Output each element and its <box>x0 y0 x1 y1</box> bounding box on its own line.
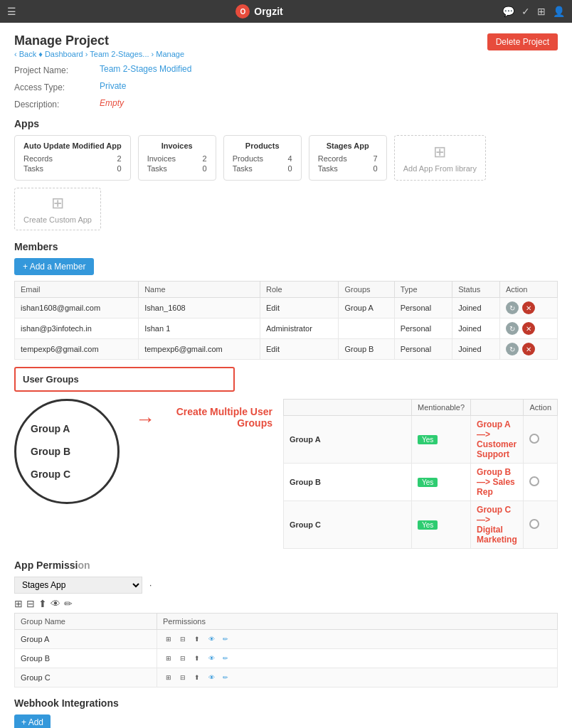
perm-view-icon[interactable]: 👁 <box>206 672 217 683</box>
col-status: Status <box>452 282 500 298</box>
page-title: Manage Project <box>14 33 184 48</box>
breadcrumb-back[interactable]: ‹ Back <box>14 50 36 58</box>
project-name-label: Project Name: <box>14 64 100 75</box>
member-name: tempexp6@gmail.com <box>139 339 260 360</box>
group-radio-c[interactable] <box>529 519 539 529</box>
refresh-icon[interactable]: ↻ <box>506 343 519 355</box>
brand-icon: O <box>235 4 250 18</box>
grid-icon[interactable]: ⊞ <box>537 6 546 17</box>
group-radio-b[interactable] <box>529 476 539 486</box>
app-prod-tasks-row: Tasks 0 <box>233 164 292 173</box>
breadcrumb-dashboard[interactable]: Dashboard <box>45 50 83 58</box>
member-action: ↻ ✕ <box>499 318 557 339</box>
create-custom-app-button[interactable]: ⊞ Create Custom App <box>14 188 101 230</box>
members-section-title: Members <box>14 241 558 252</box>
app-perm-dropdown[interactable]: Stages App <box>14 577 142 594</box>
group-radio-a[interactable] <box>529 434 539 444</box>
app-card-auto-update: Auto Update Modified App Records 2 Tasks… <box>14 135 131 181</box>
perm-group-a: Group A <box>15 630 157 649</box>
apps-grid: Auto Update Modified App Records 2 Tasks… <box>14 135 558 230</box>
add-app-library-button[interactable]: ⊞ Add App From library <box>394 135 486 181</box>
tasks-icon[interactable]: ✓ <box>521 6 530 17</box>
app-perm-dot: · <box>149 580 152 590</box>
member-groups: Group B <box>339 339 394 360</box>
app-stages-tasks-value: 0 <box>374 164 378 173</box>
app-inv-tasks-value: 0 <box>203 164 207 173</box>
hamburger-icon[interactable]: ☰ <box>7 6 16 17</box>
app-tasks-label: Tasks <box>23 164 43 173</box>
library-icon: ⊞ <box>433 143 446 161</box>
main-content: Manage Project ‹ Back ♦ Dashboard › Team… <box>0 23 572 728</box>
remove-icon[interactable]: ✕ <box>522 301 535 314</box>
perm-create-icon[interactable]: ⊞ <box>163 653 174 664</box>
delete-project-button[interactable]: Delete Project <box>487 33 558 50</box>
app-products-value: 4 <box>288 154 292 163</box>
table-row: Group A Yes Group A —> Customer Support <box>284 416 558 464</box>
col-group-name-blank <box>284 400 412 416</box>
chat-icon[interactable]: 💬 <box>502 6 514 17</box>
add-library-label: Add App From library <box>403 164 477 173</box>
app-stages-records-row: Records 7 <box>318 154 378 163</box>
group-annotation-a: Group A —> Customer Support <box>471 416 524 464</box>
member-status: Joined <box>452 318 500 339</box>
app-title-invoices: Invoices <box>147 141 207 150</box>
perm-upload-icon[interactable]: ⬆ <box>38 598 47 609</box>
project-info: Project Name: Team 2-Stages Modified Acc… <box>14 64 558 109</box>
perm-read-icon[interactable]: ⊟ <box>177 633 189 645</box>
apps-section-title: Apps <box>14 118 558 129</box>
perm-edit-icon[interactable]: ✏ <box>220 672 231 683</box>
brand-name: Orgzit <box>254 6 282 17</box>
col-action: Action <box>499 282 557 298</box>
perm-create-icon[interactable]: ⊞ <box>163 633 174 645</box>
member-type: Personal <box>394 318 452 339</box>
perm-read-icon[interactable]: ⊟ <box>177 672 189 683</box>
header-left: Manage Project ‹ Back ♦ Dashboard › Team… <box>14 33 184 58</box>
col-name: Name <box>139 282 260 298</box>
description-value: Empty <box>100 98 124 108</box>
perm-grid-icon[interactable]: ⊟ <box>26 598 35 609</box>
app-permissions-title: App Permission <box>14 560 558 571</box>
group-circle-a: Group A <box>31 417 117 440</box>
col-permissions: Permissions <box>157 614 558 630</box>
refresh-icon[interactable]: ↻ <box>506 322 519 335</box>
group-circle-c: Group C <box>31 463 117 486</box>
permissions-table: Group Name Permissions Group A ⊞ ⊟ ⬆ 👁 ✏ <box>14 613 558 687</box>
breadcrumb: ‹ Back ♦ Dashboard › Team 2-Stages... › … <box>14 50 184 58</box>
perm-edit-icon[interactable]: ✏ <box>220 653 231 664</box>
table-row: Group C ⊞ ⊟ ⬆ 👁 ✏ <box>15 668 558 687</box>
app-records-label: Records <box>23 154 53 163</box>
perm-read-icon[interactable]: ⊟ <box>177 653 189 664</box>
brand-logo: O Orgzit <box>235 4 282 18</box>
app-products-label: Products <box>233 154 263 163</box>
col-role: Role <box>260 282 339 298</box>
groups-table-area: Mentionable? Action Group A Yes Group A … <box>283 399 558 549</box>
perm-edit-icon[interactable]: ✏ <box>64 598 73 609</box>
perm-icons-b: ⊞ ⊟ ⬆ 👁 ✏ <box>157 649 558 668</box>
perm-create-icon[interactable]: ⊞ <box>163 672 174 683</box>
group-mentionable-a: Yes <box>412 416 471 464</box>
add-member-button[interactable]: + Add a Member <box>14 258 94 275</box>
remove-icon[interactable]: ✕ <box>522 343 535 355</box>
perm-view-icon[interactable]: 👁 <box>51 598 60 609</box>
perm-view-icon[interactable]: 👁 <box>206 653 217 664</box>
breadcrumb-team[interactable]: Team 2-Stages... <box>90 50 149 58</box>
table-row: Group B Yes Group B —> Sales Rep <box>284 464 558 501</box>
refresh-icon[interactable]: ↻ <box>506 301 519 314</box>
user-avatar[interactable]: 👤 <box>553 6 565 17</box>
member-email: ishan@p3infotech.in <box>15 318 139 339</box>
add-webhook-button[interactable]: + Add <box>14 714 51 728</box>
app-invoices-value: 2 <box>203 154 207 163</box>
perm-import-icon[interactable]: ⬆ <box>191 653 203 664</box>
perm-view-icon[interactable]: 👁 <box>206 633 217 645</box>
table-row: ishan@p3infotech.in Ishan 1 Administrato… <box>15 318 558 339</box>
member-email: tempexp6@gmail.com <box>15 339 139 360</box>
remove-icon[interactable]: ✕ <box>522 322 535 335</box>
perm-edit-icon[interactable]: ✏ <box>220 633 231 645</box>
group-name-b: Group B <box>284 464 412 501</box>
app-card-products: Products Products 4 Tasks 0 <box>223 135 302 181</box>
perm-add-icon[interactable]: ⊞ <box>14 598 23 609</box>
top-nav-actions: 💬 ✓ ⊞ 👤 <box>502 6 565 17</box>
app-stages-tasks-row: Tasks 0 <box>318 164 378 173</box>
perm-import-icon[interactable]: ⬆ <box>191 633 203 645</box>
perm-import-icon[interactable]: ⬆ <box>191 672 203 683</box>
